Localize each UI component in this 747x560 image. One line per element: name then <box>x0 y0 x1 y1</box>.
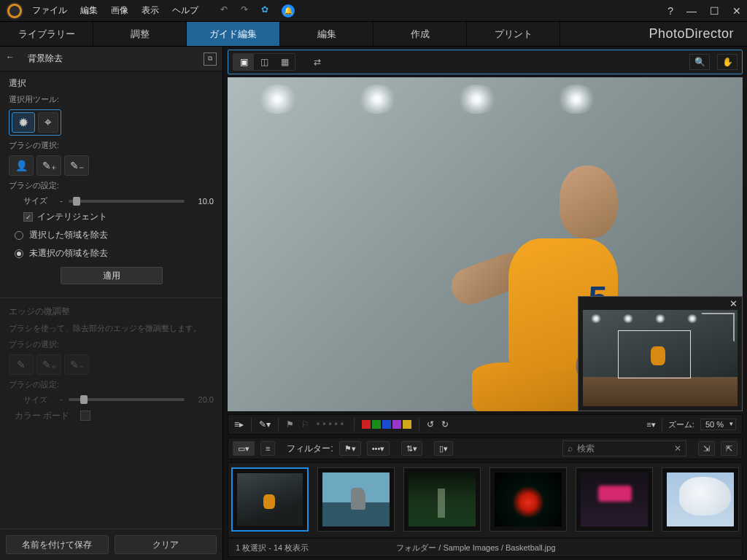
navigator-panel[interactable]: ✕ <box>578 296 743 411</box>
edge-brush-select-label: ブラシの選択: <box>9 339 214 350</box>
color-chip[interactable] <box>382 420 391 429</box>
maximize-icon[interactable]: ☐ <box>710 5 719 17</box>
navigator-close-icon[interactable]: ✕ <box>729 298 738 309</box>
settings-icon[interactable]: ✿ <box>261 4 274 18</box>
apply-button[interactable]: 適用 <box>61 267 163 284</box>
pan-tool-icon[interactable]: ✋ <box>717 54 738 70</box>
help-icon[interactable]: ? <box>667 5 673 17</box>
tab-create[interactable]: 作成 <box>374 22 467 46</box>
back-arrow-icon[interactable]: ← <box>6 52 20 66</box>
person-brush[interactable]: 👤 <box>9 155 34 176</box>
size-slider[interactable] <box>69 200 185 203</box>
lasso-tool[interactable]: ⌖ <box>38 112 58 133</box>
status-bar: 1 枚選択 - 14 枚表示 フォルダー / Sample Images / B… <box>228 540 743 557</box>
color-chip[interactable] <box>372 420 381 429</box>
titlebar: ファイル 編集 画像 表示 ヘルプ ↶ ↷ ✿ 🔔 ? — ☐ ✕ <box>0 0 747 22</box>
edge-size-value: 20.0 <box>190 395 214 404</box>
color-chip[interactable] <box>403 420 411 429</box>
filmstrip[interactable] <box>228 462 743 538</box>
panel-header: ← 背景除去 ⧉ <box>0 47 222 71</box>
list-view-icon[interactable]: ≡ <box>260 441 275 456</box>
thumb-view-icon[interactable]: ▭▾ <box>233 441 255 456</box>
intelligent-label: インテリジェント <box>37 211 107 223</box>
export-icon[interactable]: ⇲ <box>698 441 715 456</box>
rotate-ccw-icon[interactable]: ↺ <box>427 419 434 429</box>
menu-help[interactable]: ヘルプ <box>172 4 198 17</box>
search-clear-icon[interactable]: ✕ <box>674 443 681 454</box>
filter-bar: ▭▾ ≡ フィルター: ⚑▾ •••▾ ⇅▾ ▯▾ ⌕ 検索 ✕ ⇲ ⇱ <box>228 438 743 459</box>
color-labels[interactable] <box>362 420 411 429</box>
popout-icon[interactable]: ⧉ <box>204 52 217 66</box>
flag-off-icon[interactable]: ⚐ <box>301 419 309 429</box>
label-selection-tool: 選択用ツール: <box>9 94 214 105</box>
edge-sub-brush: ✎₋ <box>64 354 89 375</box>
search-input[interactable]: ⌕ 検索 ✕ <box>562 440 686 456</box>
workspace: ▣ ◫ ▦ ⇄ 🔍 ✋ 5 ✕ <box>223 47 747 560</box>
filter-flag-dropdown[interactable]: ⚑▾ <box>339 441 361 456</box>
flag-icon[interactable]: ⚑ <box>286 419 294 429</box>
thumb-forest[interactable] <box>403 467 481 532</box>
edge-brush: ✎ <box>9 354 34 375</box>
save-as-button[interactable]: 名前を付けて保存 <box>6 535 109 554</box>
eyedropper-icon[interactable]: ✎▾ <box>259 419 271 429</box>
menu-view[interactable]: 表示 <box>142 4 159 17</box>
thumb-basketball[interactable] <box>231 467 309 532</box>
thumb-clouds[interactable] <box>662 467 739 532</box>
menu-edit[interactable]: 編集 <box>80 4 98 17</box>
status-path: フォルダー / Sample Images / Basketball.jpg <box>396 542 555 553</box>
intelligent-checkbox[interactable]: ✓ <box>23 212 33 222</box>
filter-label: フィルター: <box>287 443 333 455</box>
edge-size-slider <box>69 398 185 401</box>
clear-button[interactable]: クリア <box>115 535 217 554</box>
zoom-dropdown[interactable]: 50 % <box>700 419 736 430</box>
view-grid-icon[interactable]: ▦ <box>274 54 295 70</box>
redo-icon[interactable]: ↷ <box>241 4 254 18</box>
rating-dots[interactable]: ••••• <box>317 419 347 429</box>
rotate-cw-icon[interactable]: ↻ <box>441 419 449 429</box>
collapse-filmstrip-icon[interactable]: ≡▾ <box>646 420 655 429</box>
tab-edit[interactable]: 編集 <box>280 22 374 46</box>
tab-guided[interactable]: ガイド編集 <box>187 22 280 46</box>
history-icon[interactable]: ≡▸ <box>234 419 244 429</box>
add-brush[interactable]: ✎₊ <box>36 155 61 176</box>
close-icon[interactable]: ✕ <box>732 5 741 17</box>
edge-title: エッジの微調整 <box>9 306 214 318</box>
color-chip[interactable] <box>362 420 371 429</box>
filter-rating-dropdown[interactable]: •••▾ <box>367 441 390 456</box>
label-remove-selected: 選択した領域を除去 <box>29 229 108 241</box>
color-board-swatch <box>80 411 90 421</box>
smart-brush-tool[interactable]: ✹ <box>12 112 35 133</box>
view-split-icon[interactable]: ◫ <box>254 54 274 70</box>
share-icon[interactable]: ⇱ <box>721 441 738 456</box>
panel-title: 背景除去 <box>28 52 204 65</box>
thumb-sailboat[interactable] <box>317 467 395 532</box>
view-toolbar: ▣ ◫ ▦ ⇄ 🔍 ✋ <box>228 50 743 74</box>
thumb-leaf[interactable] <box>489 467 567 532</box>
view-single-icon[interactable]: ▣ <box>233 54 254 70</box>
tab-library[interactable]: ライブラリー <box>0 22 93 46</box>
radio-remove-selected[interactable] <box>15 231 23 240</box>
color-chip[interactable] <box>392 420 401 429</box>
navigator-viewport[interactable] <box>618 330 691 378</box>
zoom-tool-icon[interactable]: 🔍 <box>689 54 710 70</box>
edge-refine-section: エッジの微調整 ブラシを使って、除去部分のエッジを微調整します。 ブラシの選択:… <box>0 298 222 434</box>
label-brush-select: ブラシの選択: <box>9 140 214 151</box>
undo-icon[interactable]: ↶ <box>220 4 233 18</box>
thumb-neon[interactable] <box>576 467 653 532</box>
search-icon: ⌕ <box>568 443 573 454</box>
brand-label: PhotoDirector <box>635 22 747 46</box>
minimize-icon[interactable]: — <box>686 5 697 17</box>
subtract-brush[interactable]: ✎₋ <box>64 155 89 176</box>
size-value: 10.0 <box>190 197 214 206</box>
tab-adjustment[interactable]: 調整 <box>93 22 187 46</box>
sort-dropdown[interactable]: ⇅▾ <box>401 441 422 456</box>
window-controls: ? — ☐ ✕ <box>667 5 741 17</box>
menu-file[interactable]: ファイル <box>32 4 67 17</box>
radio-remove-unselected[interactable] <box>15 249 23 258</box>
tab-print[interactable]: プリント <box>467 22 560 46</box>
view-mirror-icon[interactable]: ⇄ <box>307 54 328 70</box>
stack-dropdown[interactable]: ▯▾ <box>434 441 453 456</box>
canvas[interactable]: 5 ✕ <box>228 77 743 411</box>
notification-icon[interactable]: 🔔 <box>282 4 295 18</box>
menu-image[interactable]: 画像 <box>111 4 128 17</box>
